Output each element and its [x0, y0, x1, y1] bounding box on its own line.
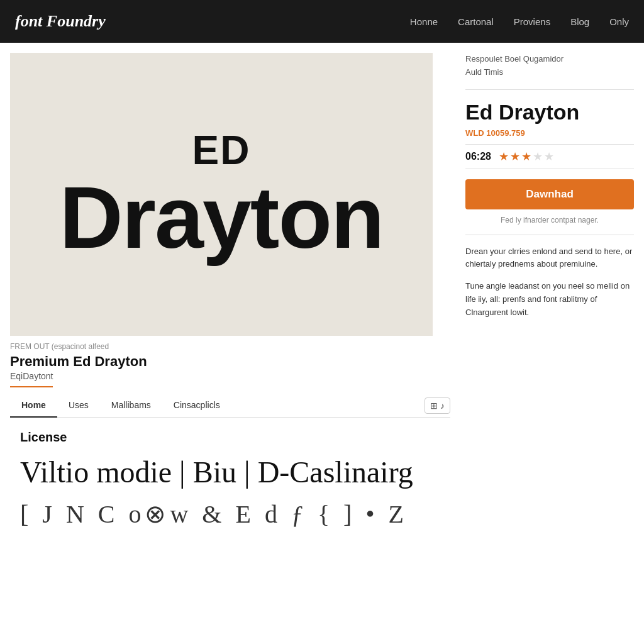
header: font Foundry Honne Cartonal Proviens Blo… — [0, 0, 644, 43]
tab-cinsacplicls[interactable]: Cinsacplicls — [162, 394, 231, 418]
main-content: ED Drayton FREM OUT (espacinot alfeed Pr… — [0, 43, 644, 541]
font-tag: FREM OUT (espacinot alfeed — [10, 342, 450, 351]
nav-blog[interactable]: Blog — [570, 16, 589, 27]
star-3: ★ — [521, 150, 531, 164]
desc-text-1: Drean your clrries enlond and send to he… — [465, 245, 634, 272]
nav: Honne Cartonal Proviens Blog Only — [410, 16, 629, 27]
tabs: Home Uses Mallibams Cinsacplicls ⊞ ♪ — [10, 394, 450, 418]
license-section: License Viltio modie | Biu | D-Caslinair… — [10, 418, 450, 541]
font-code-prefix: WLD — [465, 128, 484, 138]
tab-mallibams[interactable]: Mallibams — [100, 394, 162, 418]
tab-icons-group: ⊞ ♪ — [425, 397, 450, 414]
time-badge: 06:28 — [465, 151, 491, 162]
preview-line1: ED — [192, 127, 251, 174]
tab-uses[interactable]: Uses — [57, 394, 100, 418]
license-text-symbols: [ J N C o⊗w & E d ƒ { ] • Z — [20, 499, 440, 529]
star-rating: ★ ★ ★ ★ ★ — [499, 150, 554, 164]
grid-icon[interactable]: ⊞ — [430, 401, 438, 411]
font-code: WLD 10059.759 — [465, 128, 634, 138]
font-name-heading: Ed Drayton — [465, 100, 634, 125]
meta-row: 06:28 ★ ★ ★ ★ ★ — [465, 144, 634, 169]
star-4: ★ — [533, 150, 543, 164]
left-column: ED Drayton FREM OUT (espacinot alfeed Pr… — [10, 53, 450, 541]
breadcrumb: Respoulet Boel QugamidorAuld Timis — [465, 53, 634, 79]
font-subtitle: EqiDaytont — [10, 371, 53, 387]
download-button[interactable]: Dawnhad — [465, 179, 634, 209]
music-icon[interactable]: ♪ — [440, 401, 445, 411]
right-column: Respoulet Boel QugamidorAuld Timis Ed Dr… — [450, 53, 634, 541]
star-1: ★ — [499, 150, 509, 164]
star-5: ★ — [544, 150, 554, 164]
tab-home[interactable]: Home — [10, 394, 57, 418]
nav-only[interactable]: Only — [609, 16, 629, 27]
logo[interactable]: font Foundry — [15, 12, 106, 31]
font-code-number: 10059.759 — [486, 128, 525, 138]
license-text-large: Viltio modie | Biu | D-Caslinairg — [20, 455, 440, 489]
divider-top — [465, 89, 634, 90]
nav-proviens[interactable]: Proviens — [514, 16, 550, 27]
font-meta: FREM OUT (espacinot alfeed Premium Ed Dr… — [10, 342, 450, 387]
license-title: License — [20, 430, 440, 445]
nav-honne[interactable]: Honne — [410, 16, 438, 27]
nav-cartonal[interactable]: Cartonal — [458, 16, 494, 27]
desc-text-2: Tune angle leadanst on you neel so melli… — [465, 280, 634, 319]
font-preview: ED Drayton — [10, 53, 433, 336]
breadcrumb-text: Respoulet Boel QugamidorAuld Timis — [465, 54, 564, 77]
font-title: Premium Ed Drayton — [10, 353, 450, 370]
star-2: ★ — [510, 150, 520, 164]
divider-mid — [465, 235, 634, 235]
download-note: Fed ly ifnarder contpat nager. — [465, 216, 634, 225]
preview-line2: Drayton — [60, 174, 384, 262]
